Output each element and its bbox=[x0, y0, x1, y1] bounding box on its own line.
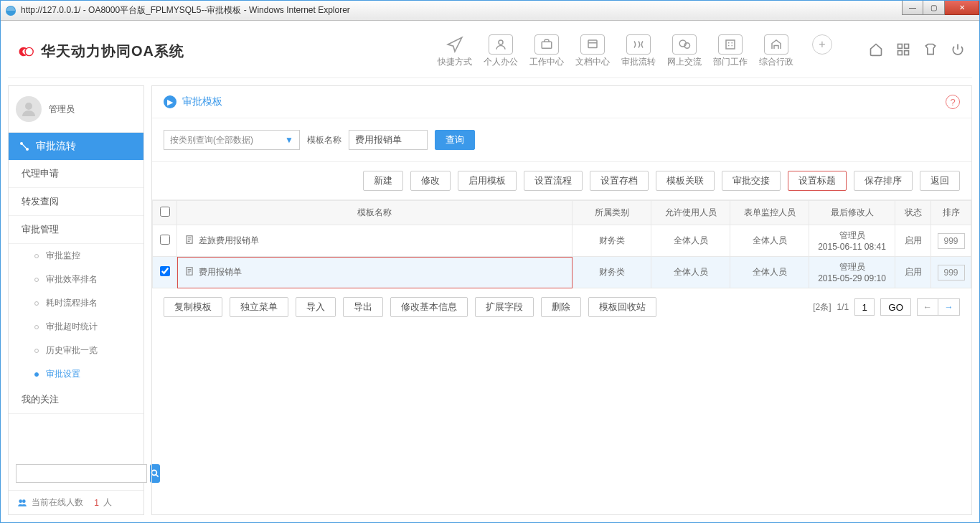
help-icon[interactable]: ? bbox=[946, 95, 960, 109]
template-name-input[interactable] bbox=[349, 130, 428, 150]
sidebar-item-forward[interactable]: 转发查阅 bbox=[9, 188, 143, 216]
extend-button[interactable]: 扩展字段 bbox=[475, 297, 534, 317]
sidebar-sub-settings[interactable]: 审批设置 bbox=[9, 362, 143, 386]
set-archive-button[interactable]: 设置存档 bbox=[590, 171, 649, 191]
svg-point-16 bbox=[19, 499, 22, 503]
table-row[interactable]: 费用报销单 财务类 全体人员 全体人员 管理员2015-05-29 09:10 … bbox=[153, 257, 971, 288]
query-button[interactable]: 查询 bbox=[435, 130, 475, 150]
next-page-button[interactable]: → bbox=[938, 298, 960, 316]
page-input[interactable] bbox=[854, 298, 875, 316]
select-all-checkbox[interactable] bbox=[160, 207, 170, 217]
delete-button[interactable]: 删除 bbox=[541, 297, 581, 317]
sidebar: 管理员 审批流转 代理申请 转发查阅 审批管理 审批监控 审批效率排名 耗时流程… bbox=[8, 85, 144, 515]
sort-input[interactable]: 999 bbox=[938, 265, 965, 281]
relate-button[interactable]: 模板关联 bbox=[656, 171, 715, 191]
nav-dept[interactable]: 部门工作 bbox=[712, 34, 748, 68]
search-input[interactable] bbox=[16, 464, 147, 483]
user-name: 管理员 bbox=[49, 103, 75, 116]
table-row[interactable]: 差旅费用报销单 财务类 全体人员 全体人员 管理员2015-06-11 08:4… bbox=[153, 225, 971, 257]
category-dropdown[interactable]: 按类别查询(全部数据) ▼ bbox=[164, 130, 300, 150]
users-icon bbox=[17, 498, 27, 508]
edit-button[interactable]: 修改 bbox=[410, 171, 451, 191]
pager: [2条] 1/1 GO ← → bbox=[813, 298, 960, 316]
nav-add[interactable]: + bbox=[804, 34, 840, 68]
sidebar-sub-overtime[interactable]: 审批超时统计 bbox=[9, 315, 143, 339]
power-icon[interactable] bbox=[951, 42, 965, 60]
top-nav: 快捷方式 个人办公 工作中心 文档中心 审批流转 网上交流 部门工作 综合行政 … bbox=[437, 34, 840, 68]
nav-work[interactable]: 工作中心 bbox=[529, 34, 565, 68]
copy-button[interactable]: 复制模板 bbox=[164, 297, 222, 317]
flow-icon bbox=[19, 141, 30, 152]
app: 华天动力协同OA系统 快捷方式 个人办公 工作中心 文档中心 审批流转 网上交流… bbox=[1, 21, 979, 522]
col-status: 状态 bbox=[895, 201, 931, 225]
sidebar-section-approval[interactable]: 审批流转 bbox=[9, 133, 143, 160]
go-button[interactable]: GO bbox=[880, 298, 911, 316]
edit-basic-button[interactable]: 修改基本信息 bbox=[390, 297, 468, 317]
plus-icon: + bbox=[812, 34, 832, 55]
nav-approval[interactable]: 审批流转 bbox=[621, 34, 656, 68]
export-button[interactable]: 导出 bbox=[343, 297, 383, 317]
svg-rect-10 bbox=[898, 51, 903, 55]
grid-icon[interactable] bbox=[896, 42, 910, 60]
nav-admin[interactable]: 综合行政 bbox=[758, 34, 794, 68]
maximize-button[interactable]: ▢ bbox=[923, 1, 945, 15]
shirt-icon[interactable] bbox=[923, 42, 938, 60]
col-editor: 最后修改人 bbox=[809, 201, 895, 225]
sidebar-item-myfocus[interactable]: 我的关注 bbox=[9, 386, 143, 414]
new-button[interactable]: 新建 bbox=[363, 171, 403, 191]
sort-input[interactable]: 999 bbox=[938, 233, 965, 249]
svg-rect-11 bbox=[905, 51, 909, 55]
breadcrumb: ▶ 审批模板 ? bbox=[152, 86, 971, 118]
col-monitor: 表单监控人员 bbox=[730, 201, 809, 225]
prev-page-button[interactable]: ← bbox=[917, 298, 938, 316]
svg-point-12 bbox=[25, 103, 32, 110]
back-button[interactable]: 返回 bbox=[920, 171, 960, 191]
nav-shortcut[interactable]: 快捷方式 bbox=[437, 34, 473, 68]
titlebar: http://127.0.0.1/ - OA8000平台版_FPLMYSQL5-… bbox=[1, 1, 979, 21]
template-table: 模板名称 所属类别 允许使用人员 表单监控人员 最后修改人 状态 排序 差旅费 bbox=[152, 200, 971, 288]
window-controls: — ▢ ✕ bbox=[902, 1, 979, 15]
minimize-button[interactable]: — bbox=[902, 1, 923, 15]
set-flow-button[interactable]: 设置流程 bbox=[524, 171, 583, 191]
table-header-row: 模板名称 所属类别 允许使用人员 表单监控人员 最后修改人 状态 排序 bbox=[153, 201, 971, 225]
svg-rect-7 bbox=[726, 40, 735, 49]
svg-rect-3 bbox=[542, 42, 552, 48]
file-icon bbox=[184, 266, 194, 278]
handover-button[interactable]: 审批交接 bbox=[722, 171, 781, 191]
arrow-icon: ▶ bbox=[164, 95, 176, 108]
record-count: [2条] bbox=[813, 301, 831, 314]
set-title-button[interactable]: 设置标题 bbox=[788, 171, 847, 191]
action-row: 新建 修改 启用模板 设置流程 设置存档 模板关联 审批交接 设置标题 保存排序… bbox=[152, 162, 971, 200]
row-checkbox[interactable] bbox=[160, 266, 170, 276]
window-title: http://127.0.0.1/ - OA8000平台版_FPLMYSQL5-… bbox=[21, 4, 350, 17]
top-right-icons bbox=[869, 42, 965, 60]
svg-rect-9 bbox=[905, 44, 909, 49]
file-icon bbox=[184, 235, 194, 247]
row-checkbox[interactable] bbox=[160, 235, 170, 245]
sidebar-sub-efficiency[interactable]: 审批效率排名 bbox=[9, 268, 143, 291]
import-button[interactable]: 导入 bbox=[296, 297, 336, 317]
sidebar-sub-time[interactable]: 耗时流程排名 bbox=[9, 291, 143, 315]
sidebar-section-label: 审批流转 bbox=[36, 140, 76, 153]
home-icon[interactable] bbox=[869, 42, 883, 60]
nav-docs[interactable]: 文档中心 bbox=[575, 34, 611, 68]
enable-button[interactable]: 启用模板 bbox=[458, 171, 517, 191]
menu-button[interactable]: 独立菜单 bbox=[230, 297, 288, 317]
recycle-button[interactable]: 模板回收站 bbox=[588, 297, 656, 317]
sidebar-sub-monitor[interactable]: 审批监控 bbox=[9, 244, 143, 268]
svg-point-17 bbox=[22, 499, 26, 503]
svg-point-1 bbox=[25, 47, 33, 55]
sidebar-item-manage[interactable]: 审批管理 bbox=[9, 216, 143, 244]
caret-down-icon: ▼ bbox=[285, 135, 293, 145]
save-sort-button[interactable]: 保存排序 bbox=[854, 171, 913, 191]
close-button[interactable]: ✕ bbox=[945, 1, 979, 15]
topbar: 华天动力协同OA系统 快捷方式 个人办公 工作中心 文档中心 审批流转 网上交流… bbox=[8, 28, 972, 78]
sidebar-item-proxy[interactable]: 代理申请 bbox=[9, 160, 143, 188]
col-name: 模板名称 bbox=[177, 201, 573, 225]
sidebar-sub-history[interactable]: 历史审批一览 bbox=[9, 339, 143, 362]
svg-rect-4 bbox=[588, 40, 597, 48]
main: ▶ 审批模板 ? 按类别查询(全部数据) ▼ 模板名称 查询 新建 修改 bbox=[151, 85, 972, 515]
nav-chat[interactable]: 网上交流 bbox=[666, 34, 702, 68]
nav-personal[interactable]: 个人办公 bbox=[483, 34, 519, 68]
ie-icon bbox=[5, 5, 17, 17]
